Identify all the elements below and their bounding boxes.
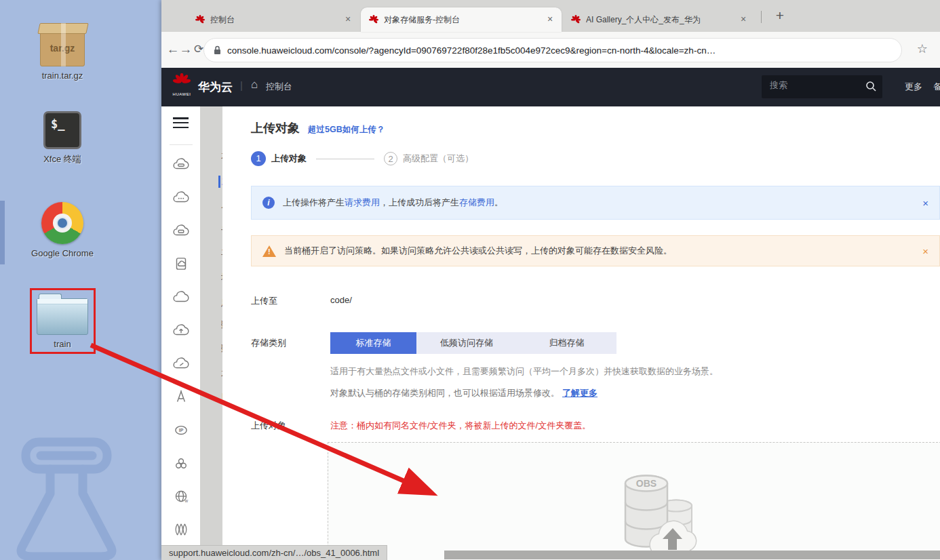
page-title: 上传对象 [251, 120, 300, 136]
tab-divider [761, 11, 762, 23]
storage-tab-infrequent[interactable]: 低频访问存储 [416, 332, 517, 354]
header-search-input[interactable] [768, 79, 857, 91]
cloud-speed-icon[interactable] [172, 356, 190, 371]
clipped-menu-item[interactable]: 备 [933, 81, 940, 93]
header-divider: | [240, 79, 243, 91]
header-search-box[interactable] [762, 75, 882, 98]
desktop-icon-train-targz[interactable]: tar.gz train.tar.gz [22, 22, 103, 81]
flask-watermark [0, 431, 161, 560]
file-drop-zone[interactable]: OBS [328, 442, 940, 560]
chrome-icon [41, 202, 83, 244]
compass-icon[interactable] [172, 389, 190, 404]
desktop-icon-label: Xfce 终端 [22, 153, 103, 165]
lock-icon [214, 45, 221, 55]
ip-icon[interactable]: IP [172, 422, 190, 437]
step-2-circle: 2 [384, 152, 397, 165]
info-text: 上传操作将产生请求费用，上传成功后将产生存储费用。 [283, 197, 503, 209]
huawei-favicon [368, 14, 379, 25]
tab-ai-gallery[interactable]: AI Gallery_个人中心_发布_华为 × [563, 7, 755, 32]
upload-to-label: 上传至 [251, 295, 330, 307]
hamburger-menu-icon[interactable] [173, 117, 189, 131]
dna-icon[interactable] [172, 522, 190, 537]
info-icon: i [262, 197, 275, 209]
package-icon: tar.gz [40, 28, 85, 66]
search-icon[interactable] [865, 80, 877, 92]
tab-close-icon[interactable]: × [342, 14, 353, 25]
doc-cloud-icon[interactable] [172, 256, 190, 271]
chrome-icon-core [56, 217, 68, 229]
dimmed-nav-panel [200, 106, 222, 560]
cloud-box-icon[interactable] [172, 223, 190, 238]
cloud-icon[interactable] [172, 289, 190, 304]
upload-object-dialog: 上传对象 超过5GB如何上传？ 1 上传对象 2 高级配置（可选） i 上传操作… [222, 106, 940, 560]
storage-tab-standard[interactable]: 标准存储 [330, 332, 416, 354]
svg-text:w: w [184, 498, 188, 503]
rail-divider [170, 144, 193, 145]
upload-to-value: code/ [330, 295, 352, 307]
terminal-icon: $_ [43, 111, 81, 149]
storage-class-label: 存储类别 [251, 332, 330, 354]
desktop-icon-xfce-terminal[interactable]: $_ Xfce 终端 [22, 107, 103, 165]
billing-info-banner: i 上传操作将产生请求费用，上传成功后将产生存储费用。 × [251, 186, 940, 220]
warning-banner-close-icon[interactable]: × [922, 245, 928, 257]
huawei-logo: HUAWEI [170, 73, 194, 96]
browser-window: 控制台 × 对象存储服务-控制台 × [161, 0, 940, 560]
desktop-icon-label: Google Chrome [22, 248, 103, 258]
globe-icon[interactable]: w [172, 489, 190, 504]
storage-class-description: 适用于有大量热点文件或小文件，且需要频繁访问（平均一个月多次）并快速获取数据的业… [330, 365, 718, 378]
cluster-icon[interactable] [172, 456, 190, 471]
annotation-highlight-rect [30, 288, 96, 354]
cloud-server-icon[interactable] [172, 157, 190, 172]
warning-icon [262, 245, 276, 257]
step-1-circle: 1 [251, 151, 266, 166]
console-nav-link[interactable]: 控制台 [266, 81, 292, 93]
address-bar[interactable]: console.huaweicloud.com/console/?agencyI… [203, 38, 902, 62]
huawei-favicon [195, 14, 205, 25]
screen: tar.gz train.tar.gz $_ Xfce 终端 Google Ch… [0, 0, 940, 560]
desktop-icon-google-chrome[interactable]: Google Chrome [22, 199, 103, 258]
svg-text:OBS: OBS [636, 478, 657, 489]
console-content: IP w 木 对 月 讠 土 均 足 数 数 木 日 上传对象 超过5GB如何上… [161, 106, 940, 560]
tab-console[interactable]: 控制台 × [187, 7, 359, 32]
access-policy-warning-banner: 当前桶开启了访问策略。如果访问策略允许公共读或公共读写，上传的对象可能存在数据安… [251, 235, 940, 266]
tab-obs-console[interactable]: 对象存储服务-控制台 × [361, 7, 562, 32]
horizontal-scrollbar[interactable] [444, 551, 940, 559]
info-banner-close-icon[interactable]: × [922, 197, 928, 209]
desktop-icon-label: train.tar.gz [22, 71, 103, 81]
bookmark-star-icon[interactable]: ☆ [917, 41, 928, 56]
home-icon[interactable]: ⌂ [251, 78, 258, 92]
cloud-dots-icon[interactable] [172, 190, 190, 205]
brand-name[interactable]: 华为云 [198, 79, 233, 95]
storage-tab-archive[interactable]: 归档存储 [517, 332, 616, 354]
tab-title: AI Gallery_个人中心_发布_华为 [586, 14, 736, 26]
more-menu[interactable]: 更多 [905, 81, 922, 93]
request-fee-link[interactable]: 请求费用 [345, 197, 380, 207]
desktop-edge-bar [0, 201, 5, 264]
storage-class-note: 对象默认与桶的存储类别相同，也可以根据适用场景修改。了解更多 [330, 387, 598, 399]
storage-class-tabs: 标准存储 低频访问存储 归档存储 [330, 332, 616, 354]
huawei-favicon [570, 14, 581, 25]
url-text[interactable]: console.huaweicloud.com/console/?agencyI… [227, 45, 716, 56]
desktop: tar.gz train.tar.gz $_ Xfce 终端 Google Ch… [0, 0, 161, 560]
upload-object-label: 上传对象 [251, 420, 330, 432]
svg-text:IP: IP [179, 428, 184, 433]
tab-close-icon[interactable]: × [738, 14, 749, 25]
cloud-upload-icon[interactable] [172, 323, 190, 338]
warning-text: 当前桶开启了访问策略。如果访问策略允许公共读或公共读写，上传的对象可能存在数据安… [284, 245, 672, 257]
how-to-upload-link[interactable]: 超过5GB如何上传？ [308, 124, 385, 136]
tab-strip: 控制台 × 对象存储服务-控制台 × [161, 0, 940, 32]
huawei-logo-text: HUAWEI [170, 92, 194, 96]
browser-toolbar: ← → ⟳ console.huaweicloud.com/console/?a… [161, 32, 940, 68]
terminal-prompt-glyph: $_ [51, 117, 64, 131]
tab-title: 对象存储服务-控制台 [384, 14, 543, 26]
tab-close-icon[interactable]: × [545, 14, 555, 25]
storage-fee-link[interactable]: 存储费用 [459, 197, 494, 207]
new-tab-button[interactable]: + [770, 7, 789, 26]
package-badge: tar.gz [41, 43, 84, 54]
wizard-steps: 1 上传对象 2 高级配置（可选） [251, 151, 473, 166]
service-icon-rail: IP w [161, 106, 200, 560]
step-1-label: 上传对象 [271, 153, 307, 165]
tab-title: 控制台 [210, 14, 340, 26]
learn-more-link[interactable]: 了解更多 [562, 388, 598, 398]
overwrite-warning-note: 注意：桶内如有同名文件/文件夹，将被新上传的文件/文件夹覆盖。 [330, 420, 591, 432]
